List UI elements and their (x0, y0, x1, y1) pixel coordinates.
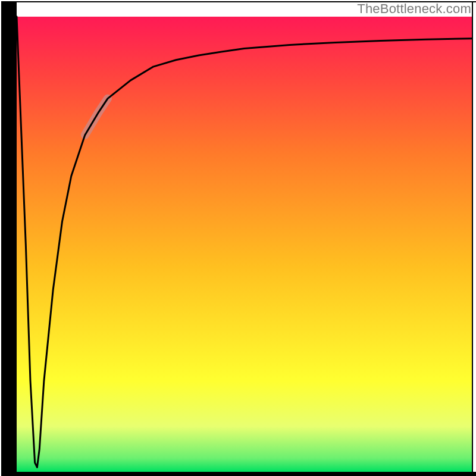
bottleneck-chart (0, 0, 476, 476)
axis-frame (1, 472, 476, 476)
watermark-text: TheBottleneck.com (357, 1, 471, 17)
plot-background (17, 17, 472, 472)
axis-frame (1, 1, 17, 476)
chart-container: TheBottleneck.com (0, 0, 476, 476)
axis-frame (472, 1, 473, 476)
